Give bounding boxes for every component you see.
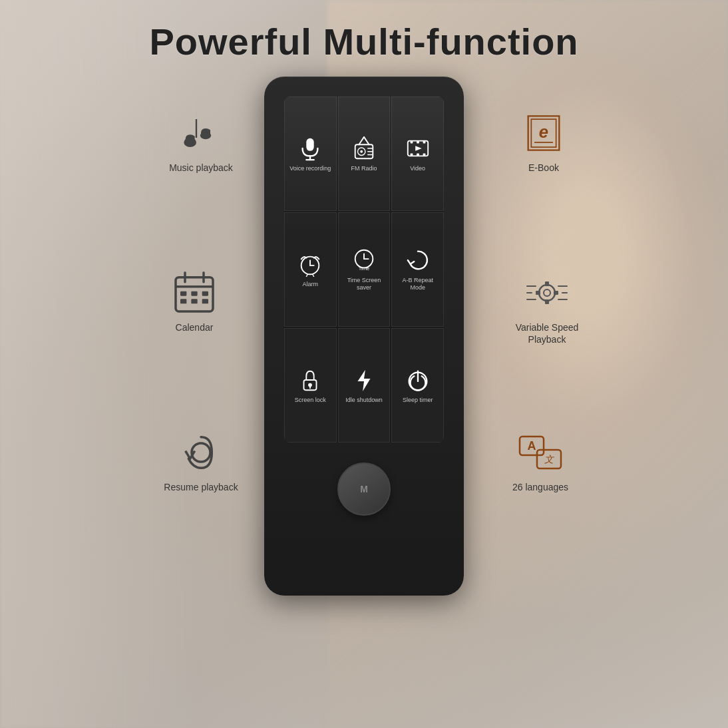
feature-resume-playback: Resume playback <box>158 429 244 493</box>
ab-repeat-label: A-B Repeat Mode <box>395 277 441 291</box>
feature-26-languages: A 文 26 languages <box>497 429 584 493</box>
main-content: Powerful Multi-function Music playback <box>0 0 728 728</box>
radio-icon <box>351 136 377 161</box>
mp3-player-device: Voice recording <box>264 77 464 596</box>
svg-rect-17 <box>545 299 549 304</box>
svg-rect-45 <box>410 153 413 156</box>
translate-icon: A 文 <box>517 429 564 476</box>
svg-text:文: 文 <box>544 454 555 464</box>
device-m-button[interactable]: M <box>337 462 391 516</box>
music-playback-label: Music playback <box>169 162 233 174</box>
power-icon <box>405 367 431 393</box>
idle-shutdown-label: Idle shutdown <box>345 397 383 404</box>
grid-cell-ab-repeat[interactable]: A-B Repeat Mode <box>391 212 444 327</box>
svg-rect-11 <box>202 299 208 303</box>
svg-line-33 <box>359 136 364 144</box>
resume-playback-label: Resume playback <box>164 481 238 493</box>
grid-cell-fm-radio[interactable]: FM Radio <box>338 96 391 211</box>
alarm-icon <box>297 252 323 277</box>
screen-grid: Voice recording <box>284 96 444 443</box>
screen-lock-label: Screen lock <box>295 397 326 404</box>
svg-rect-16 <box>545 281 549 286</box>
grid-cell-video[interactable]: Video <box>391 96 444 211</box>
svg-rect-43 <box>417 140 419 143</box>
svg-text:A: A <box>528 439 536 453</box>
grid-cell-time-screen-saver[interactable]: Time Time Screen saver <box>338 212 391 327</box>
grid-cell-idle-shutdown[interactable]: Idle shutdown <box>338 328 391 443</box>
ebook-icon: e <box>520 110 567 156</box>
grid-cell-screen-lock[interactable]: Screen lock <box>284 328 337 443</box>
music-icon <box>178 110 224 156</box>
grid-cell-voice-recording[interactable]: Voice recording <box>284 96 337 211</box>
svg-rect-9 <box>180 299 186 303</box>
svg-rect-18 <box>536 291 540 295</box>
variable-speed-icon <box>524 270 570 316</box>
fm-radio-label: FM Radio <box>351 165 377 172</box>
lightning-icon <box>351 367 377 393</box>
svg-rect-8 <box>202 291 208 296</box>
svg-line-51 <box>307 274 308 277</box>
grid-cell-sleep-timer[interactable]: Sleep timer <box>391 328 444 443</box>
feature-music-playback: Music playback <box>158 110 244 174</box>
svg-rect-47 <box>423 153 425 156</box>
time-screen-saver-label: Time Screen saver <box>341 277 387 291</box>
svg-text:Time: Time <box>359 266 370 272</box>
mic-icon <box>297 136 323 161</box>
video-icon <box>405 136 431 161</box>
grid-cell-alarm[interactable]: Alarm <box>284 212 337 327</box>
feature-variable-speed: Variable Speed Playback <box>497 270 597 345</box>
svg-rect-42 <box>410 140 413 143</box>
device-screen: Voice recording <box>284 96 444 443</box>
svg-line-52 <box>313 274 314 277</box>
svg-rect-6 <box>180 291 186 296</box>
feature-ebook: e E-Book <box>504 110 584 174</box>
resume-playback-icon <box>178 429 224 476</box>
26-languages-label: 26 languages <box>512 481 568 493</box>
svg-point-14 <box>539 285 555 301</box>
m-button-label: M <box>360 484 368 494</box>
ab-repeat-icon <box>405 248 431 273</box>
svg-rect-7 <box>191 291 197 296</box>
svg-rect-30 <box>307 138 314 150</box>
time-screen-saver-icon: Time <box>351 248 377 273</box>
svg-point-0 <box>184 138 196 147</box>
video-label: Video <box>410 165 425 172</box>
svg-rect-46 <box>417 153 419 156</box>
alarm-label: Alarm <box>303 281 319 288</box>
lock-icon <box>297 367 323 393</box>
svg-point-37 <box>360 150 363 152</box>
ebook-label: E-Book <box>528 162 559 174</box>
variable-speed-label: Variable Speed Playback <box>497 321 597 345</box>
feature-calendar: Calendar <box>151 270 238 333</box>
svg-rect-10 <box>191 299 197 303</box>
svg-rect-44 <box>423 140 425 143</box>
calendar-label: Calendar <box>176 321 214 333</box>
svg-point-1 <box>200 132 211 140</box>
page-title: Powerful Multi-function <box>149 20 578 63</box>
calendar-icon <box>171 270 218 316</box>
svg-text:e: e <box>539 122 548 141</box>
voice-recording-label: Voice recording <box>289 165 331 172</box>
svg-point-15 <box>544 289 550 296</box>
sleep-timer-label: Sleep timer <box>403 397 433 404</box>
svg-rect-19 <box>554 291 558 295</box>
svg-line-34 <box>364 136 369 144</box>
device-area: Music playback Calendar <box>131 77 597 622</box>
